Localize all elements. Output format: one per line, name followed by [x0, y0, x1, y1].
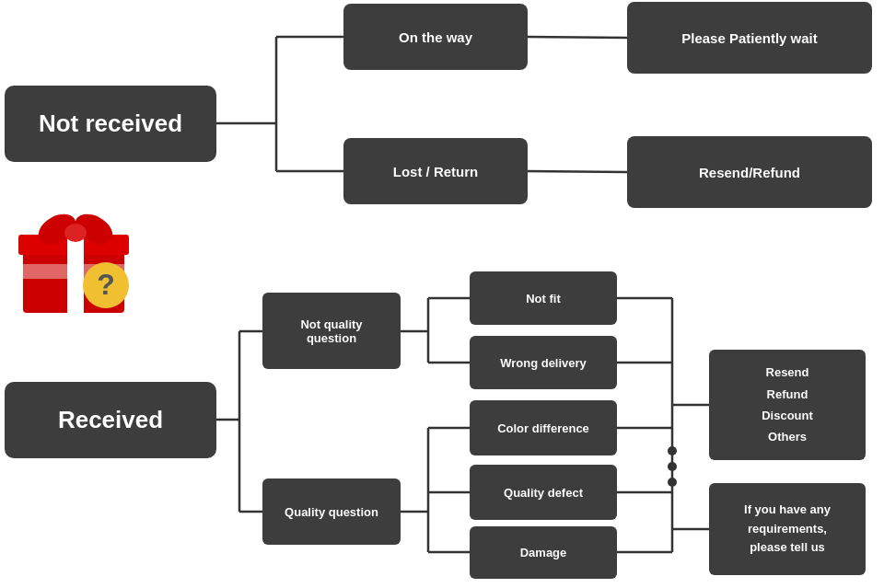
diagram: ? Not received On the way Please Patient…: [0, 0, 884, 588]
not-quality-question-box: Not quality question: [262, 293, 401, 369]
gift-icon: ?: [9, 198, 147, 317]
svg-line-4: [528, 37, 627, 38]
svg-point-31: [668, 446, 677, 455]
damage-box: Damage: [470, 526, 617, 579]
on-the-way-box: On the way: [343, 4, 528, 70]
resend-options-box: Resend Refund Discount Others: [709, 350, 866, 460]
svg-line-6: [528, 171, 627, 172]
not-received-box: Not received: [5, 86, 216, 162]
svg-point-41: [64, 224, 87, 242]
please-wait-box: Please Patiently wait: [627, 2, 872, 74]
not-fit-box: Not fit: [470, 271, 617, 325]
quality-defect-box: Quality defect: [470, 465, 617, 520]
resend-refund-top-box: Resend/Refund: [627, 136, 872, 208]
svg-point-33: [668, 478, 677, 487]
quality-question-box: Quality question: [262, 478, 401, 545]
svg-point-32: [668, 462, 677, 471]
color-difference-box: Color difference: [470, 400, 617, 455]
svg-text:?: ?: [97, 268, 115, 301]
received-box: Received: [5, 382, 216, 458]
wrong-delivery-box: Wrong delivery: [470, 336, 617, 389]
lost-return-box: Lost / Return: [343, 138, 528, 204]
svg-rect-36: [67, 248, 84, 313]
requirements-box: If you have any requirements, please tel…: [709, 483, 866, 575]
